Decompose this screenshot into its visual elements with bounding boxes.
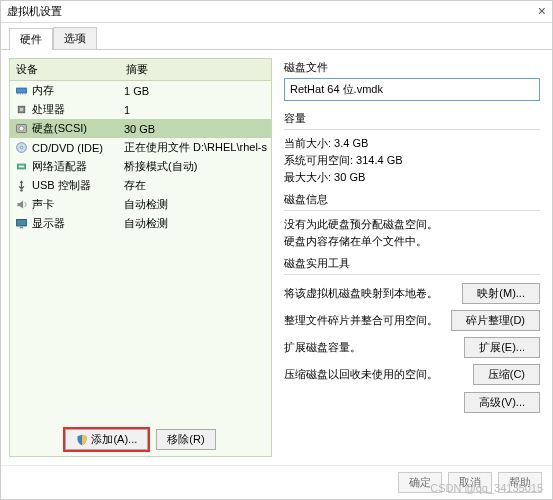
disk-info-line2: 硬盘内容存储在单个文件中。 bbox=[284, 233, 540, 250]
remove-button[interactable]: 移除(R) bbox=[156, 429, 215, 450]
shield-icon bbox=[76, 434, 88, 446]
cd-icon bbox=[14, 141, 28, 155]
tool-defrag-row: 整理文件碎片并整合可用空间。 碎片整理(D) bbox=[284, 307, 540, 334]
svg-rect-4 bbox=[24, 93, 25, 95]
hw-device-name: 处理器 bbox=[32, 102, 124, 117]
footer: 确定 取消 帮助 bbox=[1, 465, 552, 499]
hw-row-memory[interactable]: 内存1 GB bbox=[10, 81, 271, 100]
list-header: 设备 摘要 bbox=[10, 59, 271, 81]
disk-file-field[interactable]: RetHat 64 位.vmdk bbox=[284, 78, 540, 101]
cancel-button[interactable]: 取消 bbox=[448, 472, 492, 493]
hw-row-sound[interactable]: 声卡自动检测 bbox=[10, 195, 271, 214]
svg-point-10 bbox=[20, 146, 22, 148]
add-button[interactable]: 添加(A)... bbox=[65, 429, 148, 450]
hw-row-usb[interactable]: USB 控制器存在 bbox=[10, 176, 271, 195]
help-button[interactable]: 帮助 bbox=[498, 472, 542, 493]
tools-title: 磁盘实用工具 bbox=[284, 256, 540, 271]
advanced-button[interactable]: 高级(V)... bbox=[464, 392, 540, 413]
titlebar: 虚拟机设置 × bbox=[1, 1, 552, 23]
tool-map-row: 将该虚拟机磁盘映射到本地卷。 映射(M)... bbox=[284, 280, 540, 307]
hw-device-summary: 正在使用文件 D:\RHEL\rhel-server-7... bbox=[124, 140, 267, 155]
capacity-max: 最大大小: 30 GB bbox=[284, 169, 540, 186]
list-buttons: 添加(A)... 移除(R) bbox=[10, 423, 271, 456]
disk-file-title: 磁盘文件 bbox=[284, 60, 540, 75]
capacity-title: 容量 bbox=[284, 111, 540, 126]
memory-icon bbox=[14, 84, 28, 98]
hw-row-net[interactable]: 网络适配器桥接模式(自动) bbox=[10, 157, 271, 176]
svg-point-13 bbox=[20, 189, 22, 191]
tool-compact-row: 压缩磁盘以回收未使用的空间。 压缩(C) bbox=[284, 361, 540, 388]
capacity-section: 容量 当前大小: 3.4 GB 系统可用空间: 314.4 GB 最大大小: 3… bbox=[284, 111, 540, 186]
hw-device-summary: 30 GB bbox=[124, 123, 267, 135]
hw-device-name: 硬盘(SCSI) bbox=[32, 121, 124, 136]
disk-icon bbox=[14, 122, 28, 136]
body: 设备 摘要 内存1 GB处理器1硬盘(SCSI)30 GBCD/DVD (IDE… bbox=[1, 50, 552, 465]
advanced-row: 高级(V)... bbox=[284, 388, 540, 413]
divider bbox=[284, 129, 540, 130]
hw-device-summary: 存在 bbox=[124, 178, 267, 193]
disk-info-line1: 没有为此硬盘预分配磁盘空间。 bbox=[284, 216, 540, 233]
capacity-current: 当前大小: 3.4 GB bbox=[284, 135, 540, 152]
hw-device-summary: 自动检测 bbox=[124, 197, 267, 212]
window-title: 虚拟机设置 bbox=[7, 4, 62, 19]
tab-options[interactable]: 选项 bbox=[53, 27, 97, 49]
disk-info-title: 磁盘信息 bbox=[284, 192, 540, 207]
tool-map-text: 将该虚拟机磁盘映射到本地卷。 bbox=[284, 286, 462, 301]
tab-hardware[interactable]: 硬件 bbox=[9, 28, 53, 50]
svg-rect-14 bbox=[16, 219, 26, 226]
hw-device-name: USB 控制器 bbox=[32, 178, 124, 193]
tool-compact-text: 压缩磁盘以回收未使用的空间。 bbox=[284, 367, 473, 382]
ok-button[interactable]: 确定 bbox=[398, 472, 442, 493]
tab-bar: 硬件 选项 bbox=[1, 23, 552, 50]
hw-device-name: 显示器 bbox=[32, 216, 124, 231]
disk-file-section: 磁盘文件 RetHat 64 位.vmdk bbox=[284, 60, 540, 105]
hw-row-display[interactable]: 显示器自动检测 bbox=[10, 214, 271, 233]
details-panel: 磁盘文件 RetHat 64 位.vmdk 容量 当前大小: 3.4 GB 系统… bbox=[280, 58, 544, 457]
tool-expand-text: 扩展磁盘容量。 bbox=[284, 340, 464, 355]
svg-rect-12 bbox=[19, 166, 24, 168]
svg-rect-3 bbox=[22, 93, 23, 95]
capacity-free: 系统可用空间: 314.4 GB bbox=[284, 152, 540, 169]
hw-device-name: CD/DVD (IDE) bbox=[32, 142, 124, 154]
svg-point-8 bbox=[19, 126, 24, 131]
vm-settings-window: 虚拟机设置 × 硬件 选项 设备 摘要 内存1 GB处理器1硬盘(SCSI)30… bbox=[0, 0, 553, 500]
hardware-panel: 设备 摘要 内存1 GB处理器1硬盘(SCSI)30 GBCD/DVD (IDE… bbox=[9, 58, 272, 457]
hw-device-summary: 自动检测 bbox=[124, 216, 267, 231]
expand-button[interactable]: 扩展(E)... bbox=[464, 337, 540, 358]
hw-row-cd[interactable]: CD/DVD (IDE)正在使用文件 D:\RHEL\rhel-server-7… bbox=[10, 138, 271, 157]
divider bbox=[284, 274, 540, 275]
svg-rect-6 bbox=[19, 108, 22, 111]
tools-section: 磁盘实用工具 将该虚拟机磁盘映射到本地卷。 映射(M)... 整理文件碎片并整合… bbox=[284, 256, 540, 413]
svg-rect-2 bbox=[19, 93, 20, 95]
hardware-list[interactable]: 内存1 GB处理器1硬盘(SCSI)30 GBCD/DVD (IDE)正在使用文… bbox=[10, 81, 271, 423]
svg-rect-1 bbox=[17, 93, 18, 95]
close-icon[interactable]: × bbox=[538, 3, 546, 19]
tool-expand-row: 扩展磁盘容量。 扩展(E)... bbox=[284, 334, 540, 361]
svg-rect-0 bbox=[16, 88, 26, 93]
divider bbox=[284, 210, 540, 211]
net-icon bbox=[14, 160, 28, 174]
map-button[interactable]: 映射(M)... bbox=[462, 283, 540, 304]
hw-device-summary: 1 bbox=[124, 104, 267, 116]
hw-device-summary: 1 GB bbox=[124, 85, 267, 97]
usb-icon bbox=[14, 179, 28, 193]
display-icon bbox=[14, 217, 28, 231]
hw-device-name: 声卡 bbox=[32, 197, 124, 212]
sound-icon bbox=[14, 198, 28, 212]
hw-device-name: 网络适配器 bbox=[32, 159, 124, 174]
disk-info-section: 磁盘信息 没有为此硬盘预分配磁盘空间。 硬盘内容存储在单个文件中。 bbox=[284, 192, 540, 250]
svg-rect-15 bbox=[19, 227, 22, 229]
tool-defrag-text: 整理文件碎片并整合可用空间。 bbox=[284, 313, 451, 328]
defrag-button[interactable]: 碎片整理(D) bbox=[451, 310, 540, 331]
hw-device-summary: 桥接模式(自动) bbox=[124, 159, 267, 174]
hw-row-disk[interactable]: 硬盘(SCSI)30 GB bbox=[10, 119, 271, 138]
compact-button[interactable]: 压缩(C) bbox=[473, 364, 540, 385]
add-button-label: 添加(A)... bbox=[91, 432, 137, 447]
header-device: 设备 bbox=[10, 59, 120, 80]
header-summary: 摘要 bbox=[120, 59, 271, 80]
cpu-icon bbox=[14, 103, 28, 117]
hw-row-cpu[interactable]: 处理器1 bbox=[10, 100, 271, 119]
hw-device-name: 内存 bbox=[32, 83, 124, 98]
